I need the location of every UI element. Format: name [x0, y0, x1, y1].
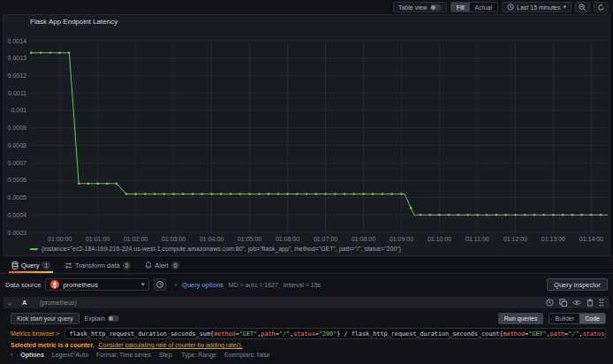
series-point[interactable] — [562, 214, 564, 216]
series-point[interactable] — [296, 193, 299, 195]
y-axis-tick: 0.0007 — [8, 160, 27, 166]
series-point[interactable] — [410, 207, 412, 209]
series-point[interactable] — [400, 193, 403, 195]
series-point[interactable] — [230, 193, 232, 195]
actual-button[interactable]: Actual — [470, 3, 497, 11]
series-point[interactable] — [58, 52, 61, 55]
run-queries-button[interactable]: Run queries — [498, 313, 544, 324]
series-point[interactable] — [220, 193, 223, 195]
series-point[interactable] — [362, 193, 365, 195]
latency-chart[interactable]: 0.00030.00040.00050.00060.00070.00080.00… — [4, 26, 609, 243]
query-inspector-button[interactable]: Query inspector — [547, 278, 608, 291]
series-point[interactable] — [68, 52, 71, 55]
series-point[interactable] — [106, 183, 109, 186]
datasource-select[interactable]: prometheus ▾ — [45, 278, 149, 291]
series-point[interactable] — [590, 214, 593, 216]
datasource-help-button[interactable]: ? — [154, 278, 166, 291]
series-point[interactable] — [334, 193, 337, 195]
series-point[interactable] — [248, 193, 251, 195]
series-point[interactable] — [600, 214, 602, 216]
series-point[interactable] — [315, 193, 318, 195]
option-summary-item: Step: — [159, 352, 173, 358]
tab-query[interactable]: Query1 — [5, 258, 57, 273]
query-history-icon[interactable] — [546, 299, 554, 307]
series-point[interactable] — [239, 193, 242, 195]
series-point[interactable] — [324, 193, 327, 195]
series-point[interactable] — [382, 193, 384, 195]
query-token-string: "/" — [568, 330, 579, 337]
series-point[interactable] — [353, 193, 356, 195]
series-point[interactable] — [448, 214, 450, 216]
series-point[interactable] — [390, 193, 393, 195]
series-point[interactable] — [458, 214, 460, 216]
zoom-out-button[interactable] — [575, 2, 590, 12]
explain-switch[interactable] — [108, 315, 119, 322]
series-point[interactable] — [438, 214, 441, 216]
kick-start-query-button[interactable]: Kick start your query — [11, 313, 79, 324]
fill-button[interactable]: Fill — [451, 3, 470, 11]
refresh-button[interactable] — [594, 2, 609, 12]
series-point[interactable] — [258, 193, 261, 195]
series-point[interactable] — [277, 193, 280, 195]
series-point[interactable] — [30, 52, 33, 55]
series-point[interactable] — [514, 214, 517, 216]
series-point[interactable] — [163, 193, 166, 195]
series-point[interactable] — [306, 193, 308, 195]
drag-handle-icon[interactable] — [599, 299, 604, 307]
series-point[interactable] — [201, 193, 204, 195]
series-point[interactable] — [182, 193, 185, 195]
legend-series-swatch[interactable] — [30, 248, 38, 250]
series-point[interactable] — [372, 193, 375, 195]
chevron-down-icon[interactable]: ⌄ — [7, 300, 12, 307]
series-point[interactable] — [542, 214, 545, 216]
y-axis-tick: 0.0004 — [8, 212, 27, 218]
delete-query-trash-icon[interactable] — [587, 299, 594, 307]
series-point[interactable] — [524, 214, 526, 216]
series-point[interactable] — [210, 193, 213, 195]
builder-mode-button[interactable]: Builder — [549, 314, 579, 323]
series-point[interactable] — [96, 183, 99, 186]
series-point[interactable] — [571, 214, 574, 216]
series-point[interactable] — [534, 214, 536, 216]
hide-query-eye-icon[interactable] — [572, 299, 581, 307]
series-point[interactable] — [192, 193, 194, 195]
options-label[interactable]: Options — [20, 352, 43, 358]
table-view-toggle[interactable]: Table view — [393, 2, 447, 12]
query-options-toggle[interactable]: › Query options MD = auto = 1627 Interva… — [174, 281, 321, 289]
series-point[interactable] — [154, 193, 156, 195]
code-mode-button[interactable]: Code — [579, 314, 605, 323]
series-point[interactable] — [428, 214, 431, 216]
legend-series-label[interactable]: {instance="ec2-184-169-216-224.us-west-1… — [42, 246, 401, 252]
series-point[interactable] — [496, 214, 498, 216]
series-point[interactable] — [87, 183, 90, 186]
series-point[interactable] — [172, 193, 175, 195]
add-rate-link[interactable]: Consider calculating rate of counter by … — [99, 342, 243, 348]
series-point[interactable] — [486, 214, 488, 216]
series-point[interactable] — [116, 183, 118, 186]
duplicate-query-icon[interactable] — [559, 299, 567, 307]
time-range-picker[interactable]: Last 15 minutes ▾ — [502, 2, 571, 12]
promql-query-input[interactable]: flask_http_request_duration_seconds_sum{… — [64, 328, 606, 339]
table-view-switch[interactable] — [430, 4, 442, 11]
series-point[interactable] — [552, 214, 555, 216]
tab-alert[interactable]: Alert0 — [139, 258, 185, 273]
series-point[interactable] — [268, 193, 270, 195]
series-point[interactable] — [286, 193, 289, 195]
series-point[interactable] — [580, 214, 583, 216]
series-point[interactable] — [78, 183, 80, 186]
series-point[interactable] — [420, 214, 422, 216]
explain-toggle[interactable]: Explain — [85, 315, 119, 322]
metrics-browser-link[interactable]: Metrics browser > — [11, 330, 59, 337]
tab-transform-data[interactable]: Transform data0 — [58, 258, 137, 273]
series-point[interactable] — [504, 214, 507, 216]
query-a-header[interactable]: ⌄ A (prometheus) — [4, 297, 609, 308]
series-point[interactable] — [49, 52, 52, 55]
chevron-right-icon[interactable]: › — [11, 352, 12, 358]
series-point[interactable] — [466, 214, 469, 216]
series-point[interactable] — [144, 193, 147, 195]
series-point[interactable] — [476, 214, 479, 216]
series-point[interactable] — [40, 52, 42, 55]
series-point[interactable] — [125, 193, 128, 195]
series-point[interactable] — [134, 193, 137, 195]
series-point[interactable] — [344, 193, 346, 195]
